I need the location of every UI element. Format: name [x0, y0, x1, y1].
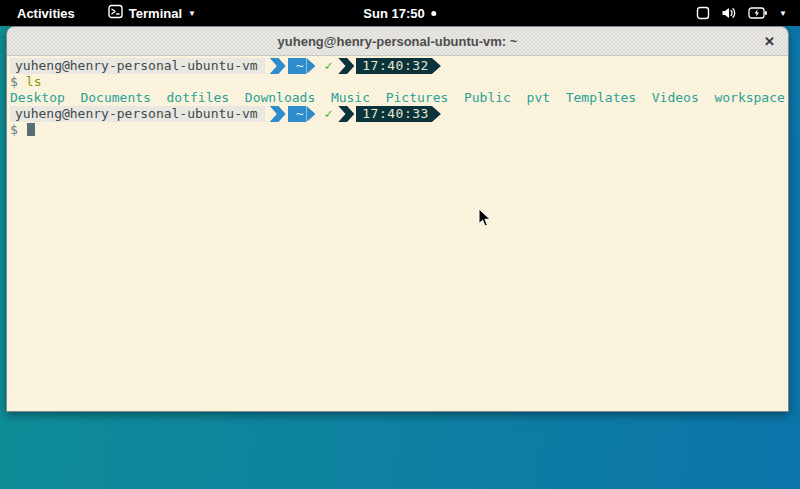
- status-check-icon: ✓: [324, 58, 332, 74]
- powerline-chevron-icon: [338, 58, 354, 74]
- top-bar: Activities Terminal ▼ Sun 17:50: [0, 0, 800, 26]
- notification-dot-icon: [432, 11, 437, 16]
- volume-icon: [721, 6, 737, 20]
- prompt-line: yuheng@henry-personal-ubuntu-vm ~ ✓ 17:4…: [10, 106, 788, 122]
- prompt-userhost: yuheng@henry-personal-ubuntu-vm: [10, 58, 265, 74]
- prompt-char: $: [10, 122, 18, 137]
- titlebar[interactable]: yuheng@henry-personal-ubuntu-vm: ~ ✕: [7, 27, 788, 56]
- prompt-directory: ~: [288, 106, 307, 122]
- powerline-arrow-icon: [306, 58, 315, 74]
- prompt-char: $: [10, 74, 18, 89]
- terminal-content[interactable]: yuheng@henry-personal-ubuntu-vm ~ ✓ 17:4…: [7, 56, 788, 411]
- prompt-timestamp: 17:40:33: [356, 106, 432, 122]
- prompt-userhost: yuheng@henry-personal-ubuntu-vm: [10, 106, 265, 122]
- prompt-line: yuheng@henry-personal-ubuntu-vm ~ ✓ 17:4…: [10, 58, 788, 74]
- status-check-icon: ✓: [324, 106, 332, 122]
- system-status-area[interactable]: ▼: [696, 6, 787, 20]
- terminal-icon: [108, 4, 123, 22]
- powerline-chevron-icon: [270, 106, 286, 122]
- command-line: $ls: [10, 74, 788, 90]
- ls-output: Desktop Documents dotfiles Downloads Mus…: [10, 90, 788, 106]
- clock[interactable]: Sun 17:50: [363, 0, 436, 26]
- desktop: Activities Terminal ▼ Sun 17:50: [0, 0, 800, 489]
- terminal-window: yuheng@henry-personal-ubuntu-vm: ~ ✕ yuh…: [6, 26, 789, 412]
- close-icon[interactable]: ✕: [764, 35, 775, 48]
- powerline-arrow-icon: [432, 106, 441, 122]
- command-text: ls: [26, 74, 42, 89]
- prompt-directory: ~: [288, 58, 307, 74]
- activities-button[interactable]: Activities: [12, 6, 80, 21]
- powerline-chevron-icon: [338, 106, 354, 122]
- app-menu-terminal[interactable]: Terminal ▼: [108, 4, 196, 22]
- chevron-down-icon: ▼: [188, 10, 196, 18]
- screen-icon: [696, 6, 710, 20]
- powerline-arrow-icon: [432, 58, 441, 74]
- powerline-arrow-icon: [306, 106, 315, 122]
- clock-label: Sun 17:50: [363, 6, 424, 21]
- terminal-cursor: [27, 123, 35, 136]
- command-line: $: [10, 122, 788, 138]
- app-menu-label: Terminal: [129, 6, 182, 21]
- chevron-down-icon: ▼: [779, 10, 787, 18]
- battery-charging-icon: [748, 6, 768, 20]
- prompt-timestamp: 17:40:32: [356, 58, 432, 74]
- powerline-chevron-icon: [270, 58, 286, 74]
- window-title: yuheng@henry-personal-ubuntu-vm: ~: [278, 34, 518, 49]
